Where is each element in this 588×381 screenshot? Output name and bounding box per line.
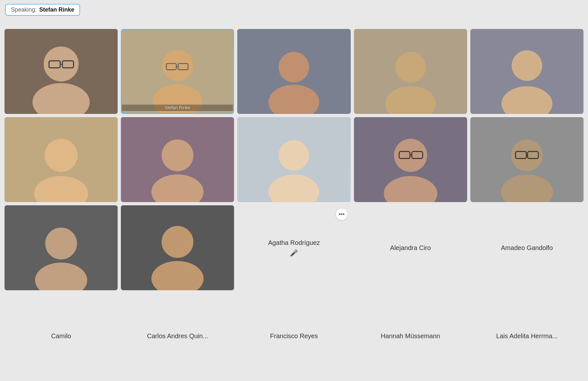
participant-tile-lais: Lais Adelita Herrma... — [470, 293, 583, 378]
participant-tile-francisco: Francisco Reyes — [237, 293, 350, 378]
participant-tile — [237, 29, 350, 114]
svg-point-29 — [279, 140, 309, 171]
participant-tile — [470, 117, 583, 202]
speaking-label: Speaking: — [11, 6, 37, 13]
participant-name-amadeo: Amadeo Gandolfo — [498, 244, 556, 252]
participant-tile-hannah: Hannah Müssemann — [354, 293, 467, 378]
svg-point-47 — [162, 226, 194, 258]
svg-point-14 — [279, 52, 309, 82]
participant-tile-alejandra: Alejandra Ciro — [354, 205, 467, 290]
participant-tile — [5, 29, 118, 114]
participant-tile — [121, 117, 234, 202]
participant-tile — [237, 117, 350, 202]
participant-name-carlos: Carlos Andres Quin... — [144, 332, 211, 340]
participant-tile-amadeo: Amadeo Gandolfo — [470, 205, 583, 290]
current-speaker-name: Stefan Rinke — [39, 6, 74, 13]
participant-name-hannah: Hannah Müssemann — [377, 332, 443, 340]
participant-tile — [354, 29, 467, 114]
participant-name-agatha: Agatha Rodríguez — [265, 239, 323, 246]
participant-name-alejandra: Alejandra Ciro — [387, 244, 434, 252]
participant-tile — [5, 205, 118, 290]
speaking-indicator: Speaking: Stefan Rinke — [5, 4, 80, 16]
svg-point-26 — [162, 139, 194, 171]
participant-name-camilo: Camilo — [48, 332, 74, 340]
participant-tile — [354, 117, 467, 202]
participant-name-lais: Lais Adelita Herrma... — [493, 332, 561, 340]
participant-tile-carlos: Carlos Andres Quin... — [121, 293, 234, 378]
participant-tile-stefan: Stefan Rinke — [121, 29, 234, 114]
muted-icon: 🎤 — [290, 249, 298, 257]
more-options-button[interactable]: ••• — [336, 209, 348, 220]
participant-tile-camilo: Camilo — [5, 293, 118, 378]
svg-point-20 — [511, 50, 542, 81]
participant-tile — [121, 205, 234, 290]
svg-point-44 — [45, 228, 77, 260]
svg-point-23 — [45, 139, 78, 172]
participants-grid: Stefan Rinke — [5, 29, 583, 381]
participant-tile-agatha[interactable]: ••• Agatha Rodríguez 🎤 — [237, 205, 350, 290]
tile-label-stefan: Stefan Rinke — [122, 105, 233, 111]
participant-name-francisco: Francisco Reyes — [267, 332, 321, 340]
participant-tile — [5, 117, 118, 202]
svg-point-17 — [395, 52, 426, 82]
participant-tile — [470, 29, 583, 114]
